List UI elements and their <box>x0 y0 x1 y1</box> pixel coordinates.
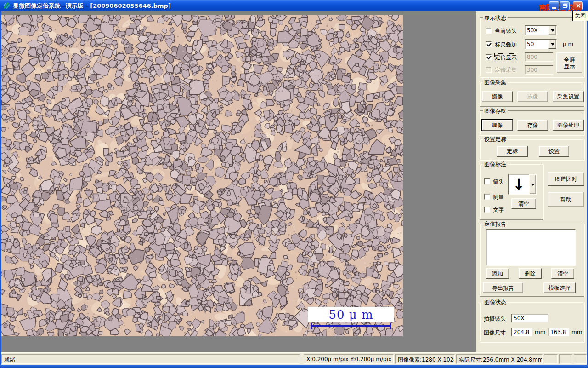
arrow-label: 箭头 <box>493 178 504 186</box>
group-report: 定倍报告 添加 删除 清空 导出报告 模板选择 <box>480 224 584 297</box>
save-image-button[interactable]: 存像 <box>517 120 548 131</box>
control-panel: 显示状态 当前镜头 50X 标尺叠加 50 μ m 定倍显示 800 定倍采 <box>476 12 587 352</box>
current-lens-value: 50X <box>525 26 548 35</box>
calibrate-button[interactable]: 定标 <box>497 146 528 157</box>
measure-label: 测量 <box>493 193 504 201</box>
image-height-unit: mm <box>571 329 582 335</box>
group-image-storage: 图像存取 调像 存像 图像处理 <box>480 110 584 135</box>
export-report-button[interactable]: 导出报告 <box>483 282 523 293</box>
help-button[interactable]: 帮助 <box>548 192 584 207</box>
arrow-style-combobox[interactable]: ↓ <box>508 174 537 195</box>
report-list[interactable] <box>486 229 576 266</box>
fixed-capture-label: 定倍采集 <box>495 66 517 74</box>
fixed-capture-field: 300 <box>525 65 553 75</box>
image-viewport: 50 μ m <box>1 14 403 336</box>
window-title: 显微图像定倍系统--演示版 - [20090602055646.bmp] <box>13 2 171 10</box>
chevron-down-icon[interactable] <box>548 40 556 49</box>
current-lens-checkbox[interactable] <box>486 28 492 34</box>
freeze-button: 冻像 <box>517 91 548 102</box>
chevron-down-icon[interactable] <box>529 174 536 194</box>
atlas-compare-button[interactable]: 图谱比对 <box>548 172 584 186</box>
ruler-unit-label: μ m <box>563 41 573 47</box>
group-title: 设置定标 <box>483 136 508 144</box>
image-width-field: 204.8 <box>511 328 532 336</box>
capture-button[interactable]: 摄像 <box>482 91 513 102</box>
window-border-bottom <box>0 365 588 368</box>
status-pane-empty <box>574 354 587 364</box>
close-icon <box>576 3 581 8</box>
group-display-status: 显示状态 当前镜头 50X 标尺叠加 50 μ m 定倍显示 800 定倍采 <box>480 17 584 77</box>
template-select-button[interactable]: 模板选择 <box>543 282 576 293</box>
group-image-capture: 图像采集 摄像 冻像 采集设置 <box>480 82 584 107</box>
clear-annotation-button[interactable]: 清空 <box>511 198 536 209</box>
measure-checkbox[interactable] <box>484 194 490 200</box>
client-area: 50 μ m 显示状态 当前镜头 50X 标尺叠加 50 <box>1 12 587 352</box>
current-lens-label: 当前镜头 <box>495 27 517 35</box>
restore-button[interactable] <box>560 1 570 10</box>
ruler-value: 50 <box>525 40 548 49</box>
report-delete-button[interactable]: 删除 <box>519 268 542 279</box>
group-image-status: 图像状态 拍摄镜头 50X 图像尺寸 204.8 mm 163.8 mm <box>480 302 584 342</box>
report-add-button[interactable]: 添加 <box>486 268 509 279</box>
image-width-unit: mm <box>535 329 545 335</box>
group-set-calibration: 设置定标 定标 设置 <box>480 139 584 160</box>
close-button[interactable] <box>573 1 583 10</box>
fixed-display-field: 800 <box>525 52 553 62</box>
capture-lens-label: 拍摄镜头 <box>484 315 506 323</box>
ruler-overlay-label: 标尺叠加 <box>495 41 517 49</box>
image-processing-button[interactable]: 图像处理 <box>553 120 584 131</box>
app-icon <box>3 2 11 10</box>
status-image-pixels: 图像像素:1280 X 1024 <box>395 354 455 364</box>
status-bar: 就绪 X:0.200μ m/pix Y:0.200μ m/pix 图像像素:12… <box>1 352 587 365</box>
group-title: 定倍报告 <box>483 220 508 228</box>
chevron-down-icon[interactable] <box>548 26 556 35</box>
fullscreen-button-label: 全屏显示 <box>564 57 576 69</box>
capture-lens-field: 50X <box>511 314 548 322</box>
minimize-button[interactable] <box>549 1 559 10</box>
minimize-icon <box>552 7 556 9</box>
scale-bar-label: 50 μ m <box>308 307 394 322</box>
settings-button[interactable]: 设置 <box>539 146 569 157</box>
report-clear-button[interactable]: 清空 <box>551 268 574 279</box>
load-image-button[interactable]: 调像 <box>482 120 513 131</box>
image-size-label: 图像尺寸 <box>484 329 506 337</box>
title-bar: 显微图像定倍系统--演示版 - [20090602055646.bmp] 南阳仪… <box>0 0 588 12</box>
status-pane-empty <box>544 354 558 364</box>
micrograph-image[interactable] <box>1 15 403 336</box>
fixed-display-checkbox[interactable] <box>486 54 492 60</box>
status-pixel-scale: X:0.200μ m/pix Y:0.200μ m/pix <box>304 354 394 364</box>
group-title: 图像存取 <box>483 107 508 115</box>
current-lens-combobox[interactable]: 50X <box>525 25 557 35</box>
arrow-style-value: ↓ <box>509 174 529 194</box>
group-title: 显示状态 <box>483 14 508 22</box>
status-pane-empty <box>559 354 572 364</box>
ruler-value-combobox[interactable]: 50 <box>525 39 557 49</box>
close-tooltip: 关闭 <box>572 11 588 21</box>
ruler-overlay-checkbox[interactable] <box>486 41 492 47</box>
arrow-checkbox[interactable] <box>484 178 490 184</box>
group-title: 图像采集 <box>483 79 508 86</box>
capture-settings-button[interactable]: 采集设置 <box>553 91 584 102</box>
text-label: 文字 <box>493 206 504 214</box>
restore-icon <box>563 4 567 8</box>
image-height-field: 163.8 <box>548 328 569 336</box>
app-window: 显微图像定倍系统--演示版 - [20090602055646.bmp] 南阳仪… <box>0 0 588 368</box>
fullscreen-button[interactable]: 全屏显示 <box>556 52 582 73</box>
status-ready: 就绪 <box>1 354 300 364</box>
text-checkbox[interactable] <box>484 207 490 213</box>
scale-bar-line <box>311 323 391 329</box>
group-title: 图像标注 <box>483 161 508 168</box>
group-image-annotation: 图像标注 箭头 ↓ 测量 文字 清空 <box>480 164 543 220</box>
status-actual-size: 实际尺寸:256.0mm X 204.8mm <box>456 354 543 364</box>
fixed-capture-checkbox <box>486 67 492 73</box>
fixed-display-label: 定倍显示 <box>495 54 517 62</box>
window-border-left <box>0 12 1 365</box>
group-title: 图像状态 <box>483 299 508 306</box>
